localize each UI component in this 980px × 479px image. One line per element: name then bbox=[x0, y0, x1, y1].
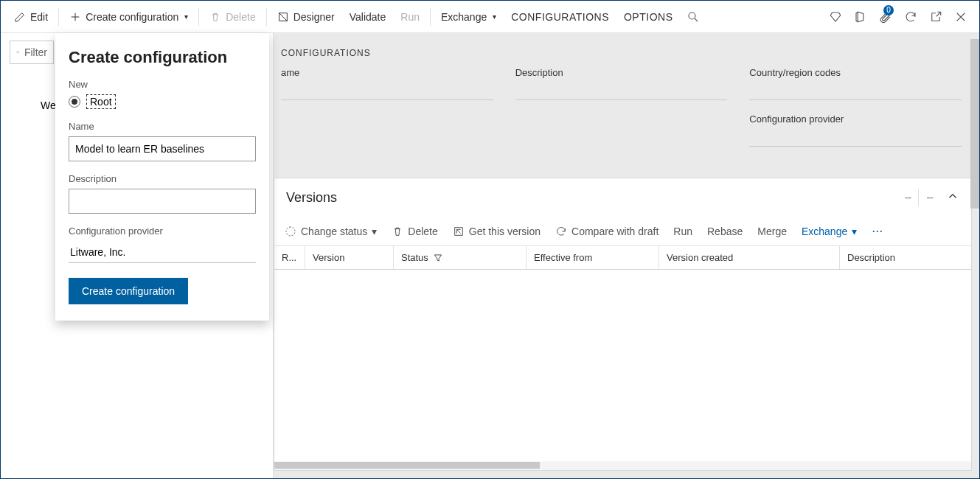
version-delete-button[interactable]: Delete bbox=[392, 225, 437, 237]
rebase-button[interactable]: Rebase bbox=[707, 225, 743, 237]
change-status-button[interactable]: Change status ▾ bbox=[285, 225, 377, 237]
horizontal-scrollbar[interactable] bbox=[274, 461, 971, 470]
root-option-label: Root bbox=[86, 94, 116, 109]
filter-input[interactable]: Filter bbox=[10, 41, 54, 64]
region-label: Country/region codes bbox=[749, 67, 962, 78]
chevron-down-icon: ▾ bbox=[493, 13, 496, 21]
chevron-down-icon: ▾ bbox=[184, 13, 188, 21]
create-configuration-submit[interactable]: Create configuration bbox=[69, 278, 188, 304]
provider-label: Configuration provider bbox=[749, 113, 962, 125]
col-r[interactable]: R... bbox=[274, 246, 305, 269]
versions-panel: Versions -- -- Change status ▾ Del bbox=[274, 178, 972, 471]
description-input-label: Description bbox=[69, 173, 256, 184]
provider-field[interactable] bbox=[749, 129, 962, 147]
exchange-label: Exchange bbox=[441, 11, 487, 23]
version-run-button[interactable]: Run bbox=[673, 225, 692, 237]
gem-icon[interactable] bbox=[823, 1, 848, 33]
get-version-button[interactable]: Get this version bbox=[453, 225, 541, 237]
root-radio[interactable]: Root bbox=[69, 94, 256, 109]
options-tab[interactable]: OPTIONS bbox=[616, 1, 681, 32]
toolbar: Edit Create configuration ▾ Delete Desig… bbox=[1, 1, 979, 33]
configurations-tab[interactable]: CONFIGURATIONS bbox=[504, 1, 616, 32]
description-input[interactable] bbox=[69, 189, 256, 214]
vertical-scrollbar[interactable] bbox=[970, 39, 979, 209]
create-configuration-label: Create configuration bbox=[86, 11, 178, 23]
name-input-label: Name bbox=[69, 121, 256, 132]
col-desc[interactable]: Description bbox=[840, 246, 971, 269]
new-label: New bbox=[69, 79, 256, 90]
collapse-icon[interactable] bbox=[946, 189, 959, 206]
refresh-button[interactable] bbox=[898, 1, 923, 33]
compare-button[interactable]: Compare with draft bbox=[555, 225, 658, 237]
versions-title: Versions bbox=[286, 190, 337, 206]
svg-point-1 bbox=[17, 51, 18, 52]
version-exchange-button[interactable]: Exchange ▾ bbox=[802, 225, 857, 237]
chevron-down-icon: ▾ bbox=[852, 225, 857, 237]
delete-button[interactable]: Delete bbox=[202, 1, 263, 32]
radio-icon bbox=[69, 96, 80, 108]
validate-label: Validate bbox=[350, 11, 386, 23]
description-field[interactable] bbox=[515, 83, 728, 100]
edit-button[interactable]: Edit bbox=[7, 1, 55, 32]
name-field[interactable] bbox=[281, 83, 493, 100]
validate-button[interactable]: Validate bbox=[342, 1, 394, 32]
content: CONFIGURATIONS ame Description Country/r… bbox=[274, 33, 979, 478]
svg-point-0 bbox=[689, 13, 695, 19]
col-version[interactable]: Version bbox=[305, 246, 394, 269]
versions-columns: R... Version Status Effective from Versi… bbox=[274, 246, 971, 270]
versions-body bbox=[274, 270, 971, 461]
create-configuration-dialog: Create configuration New Root Name Descr… bbox=[55, 33, 269, 321]
filter-icon bbox=[433, 253, 443, 263]
office-icon[interactable] bbox=[848, 1, 873, 33]
attachments-icon[interactable]: 0 bbox=[873, 1, 898, 33]
section-title: CONFIGURATIONS bbox=[281, 48, 962, 58]
config-section: CONFIGURATIONS ame Description Country/r… bbox=[274, 33, 972, 173]
description-label: Description bbox=[515, 67, 728, 78]
filter-placeholder: Filter bbox=[24, 46, 47, 58]
col-effective[interactable]: Effective from bbox=[527, 246, 659, 269]
dash-left: -- bbox=[905, 191, 911, 204]
col-created[interactable]: Version created bbox=[659, 246, 840, 269]
provider-input-label: Configuration provider bbox=[69, 225, 256, 237]
col-status[interactable]: Status bbox=[394, 246, 527, 269]
designer-label: Designer bbox=[293, 11, 335, 23]
name-input[interactable] bbox=[69, 136, 256, 161]
provider-input[interactable] bbox=[69, 241, 256, 263]
dialog-title: Create configuration bbox=[69, 48, 256, 67]
edit-label: Edit bbox=[30, 11, 48, 23]
popout-button[interactable] bbox=[923, 1, 948, 33]
region-field[interactable] bbox=[749, 83, 962, 100]
options-label: OPTIONS bbox=[624, 11, 673, 23]
merge-button[interactable]: Merge bbox=[757, 225, 787, 237]
close-button[interactable] bbox=[948, 1, 973, 33]
configurations-label: CONFIGURATIONS bbox=[511, 11, 609, 23]
exchange-dropdown[interactable]: Exchange ▾ bbox=[434, 1, 504, 32]
search-button[interactable] bbox=[681, 1, 706, 33]
delete-label: Delete bbox=[226, 11, 255, 23]
attachments-badge: 0 bbox=[883, 5, 894, 15]
dash-right: -- bbox=[926, 191, 933, 204]
run-button[interactable]: Run bbox=[393, 1, 427, 32]
versions-toolbar: Change status ▾ Delete Get this version … bbox=[274, 217, 971, 246]
chevron-down-icon: ▾ bbox=[372, 225, 377, 237]
more-button[interactable]: ··· bbox=[872, 223, 883, 239]
versions-header: Versions -- -- bbox=[274, 178, 971, 217]
designer-button[interactable]: Designer bbox=[270, 1, 342, 32]
name-label: ame bbox=[281, 67, 493, 78]
run-label: Run bbox=[400, 11, 420, 23]
create-configuration-button[interactable]: Create configuration ▾ bbox=[62, 1, 195, 32]
